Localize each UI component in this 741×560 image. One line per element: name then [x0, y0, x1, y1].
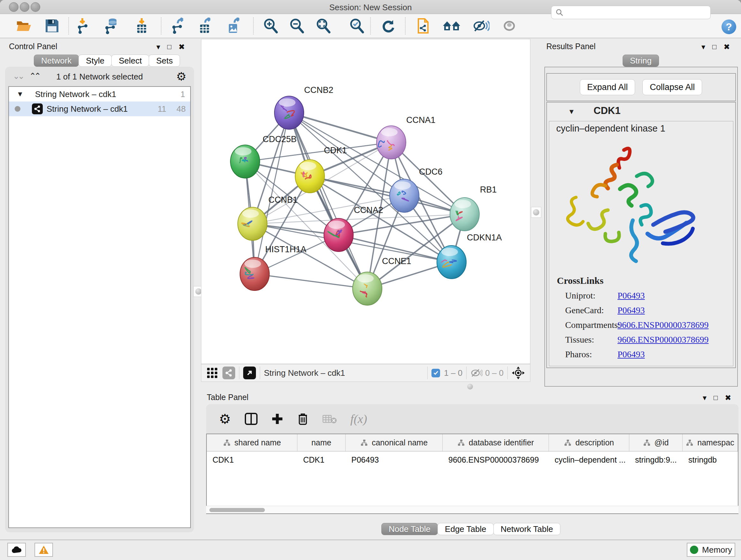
home-neighbors-button[interactable] [443, 16, 461, 36]
search-input[interactable] [567, 8, 706, 17]
export-image-button[interactable] [224, 16, 242, 36]
crosslink-label: Uniprot: [557, 291, 617, 301]
network-node-CDKN1A[interactable]: CDKN1A [437, 233, 502, 279]
panel-float-icon[interactable]: ▾ [701, 43, 705, 51]
tree-expander-icon[interactable]: ▼ [17, 90, 23, 98]
table-hscrollbar[interactable] [206, 506, 738, 513]
panel-maximize-icon[interactable]: □ [167, 43, 172, 51]
network-status-dot [15, 106, 20, 112]
save-session-button[interactable] [43, 16, 61, 36]
refresh-button[interactable] [379, 16, 397, 36]
export-table-button[interactable] [196, 16, 213, 36]
cell-description[interactable]: cyclin–dependent ... [549, 451, 629, 468]
panel-close-icon[interactable]: ✖ [179, 43, 185, 51]
cloud-status-button[interactable] [7, 543, 26, 557]
open-in-new-window-icon[interactable] [243, 367, 256, 379]
tab-network-table[interactable]: Network Table [493, 523, 560, 535]
memory-button[interactable]: Memory [687, 543, 735, 557]
crosslink-value-link[interactable]: 9606.ENSP00000378699 [617, 334, 709, 345]
show-columns-icon[interactable] [245, 412, 258, 426]
help-button[interactable]: ? [722, 19, 736, 34]
hidden-eye-icon[interactable] [470, 368, 482, 378]
open-session-button[interactable] [15, 16, 33, 36]
network-row-selected[interactable]: String Network – cdk1 11 48 [9, 102, 190, 116]
network-collection-row[interactable]: ▼ String Network – cdk1 1 [9, 87, 190, 102]
right-splitter-grip[interactable] [531, 207, 541, 218]
crosslink-row: Compartments: 9606.ENSP00000378699 [557, 320, 729, 330]
column-header-namespac[interactable]: namespac [683, 434, 738, 451]
zoom-in-button[interactable] [262, 16, 280, 36]
crosslink-row: GeneCard: P06493 [557, 305, 729, 315]
tab-style[interactable]: Style [78, 55, 112, 67]
panel-float-icon[interactable]: ▾ [703, 393, 706, 402]
table-panel-title: Table Panel [207, 393, 249, 402]
search-field[interactable] [551, 6, 711, 19]
network-node-HIST1H1A[interactable]: HIST1H1A [240, 245, 307, 291]
expand-all-button[interactable]: Expand All [580, 79, 635, 95]
pan-crosshair-icon[interactable] [512, 366, 525, 380]
tab-network[interactable]: Network [34, 55, 79, 67]
selected-checkbox-icon[interactable] [431, 369, 440, 377]
cell-shared-name[interactable]: CDK1 [207, 451, 297, 468]
network-share-icon[interactable] [222, 367, 235, 379]
cell-@id[interactable]: stringdb:9... [629, 451, 683, 468]
import-network-from-database-button[interactable] [103, 16, 120, 36]
network-tree: ▼ String Network – cdk1 1 String Network… [8, 86, 191, 528]
delete-column-trash-icon[interactable] [297, 412, 309, 426]
crosslink-value-link[interactable]: P06493 [617, 291, 645, 301]
gene-expander-icon[interactable]: ▼ [568, 108, 575, 116]
edge-CCNB2-CCNA1 [289, 113, 391, 142]
zoom-fit-button[interactable] [314, 16, 332, 36]
collapse-all-button[interactable]: Collapse All [643, 79, 702, 95]
column-header-shared-name[interactable]: shared name [207, 434, 297, 451]
import-network-from-file-button[interactable] [75, 16, 92, 36]
crosslink-row: Tissues: 9606.ENSP00000378699 [557, 334, 729, 345]
import-table-from-file-button[interactable] [133, 16, 151, 36]
network-node-CCNB1[interactable]: CCNB1 [238, 195, 298, 240]
table-settings-gear-icon[interactable]: ⚙ [219, 411, 231, 427]
toolbar-separator [253, 17, 254, 35]
network-node-RB1[interactable]: RB1 [450, 185, 497, 231]
tab-edge-table[interactable]: Edge Table [437, 523, 494, 535]
column-header-database-identifier[interactable]: database identifier [443, 434, 549, 451]
node-label-CCNA1: CCNA1 [406, 115, 435, 125]
table-row[interactable]: CDK1CDK1P064939606.ENSP00000378699cyclin… [207, 451, 738, 468]
horizontal-splitter-grip[interactable] [467, 384, 473, 389]
network-canvas[interactable]: CCNB2CCNA1CDC25BCDK1CDC6RB1CCNB1CCNA2CDK… [201, 39, 530, 364]
tab-node-table[interactable]: Node Table [381, 523, 438, 535]
zoom-out-button[interactable] [288, 16, 306, 36]
tab-string[interactable]: String [623, 55, 659, 67]
panel-float-icon[interactable]: ▾ [156, 43, 160, 51]
panel-maximize-icon[interactable]: □ [712, 43, 717, 51]
panel-close-icon[interactable]: ✖ [725, 393, 731, 402]
tab-sets[interactable]: Sets [149, 55, 180, 67]
column-header-name[interactable]: name [297, 434, 346, 451]
add-column-icon[interactable] [271, 413, 283, 425]
cell-namespac[interactable]: stringdb [683, 451, 738, 468]
column-header-canonical-name[interactable]: canonical name [346, 434, 443, 451]
hide-unhide-button[interactable] [472, 16, 489, 36]
folder-open-icon [16, 17, 32, 34]
panel-close-icon[interactable]: ✖ [724, 43, 730, 51]
tab-select[interactable]: Select [111, 55, 149, 67]
table-hscrollbar-thumb[interactable] [209, 508, 265, 512]
cell-canonical-name[interactable]: P06493 [346, 451, 443, 468]
network-from-file-button[interactable] [414, 16, 432, 36]
crosslink-value-link[interactable]: P06493 [617, 305, 645, 315]
crosslink-value-link[interactable]: P06493 [617, 349, 645, 360]
network-node-CCNE1[interactable]: CCNE1 [353, 256, 411, 305]
export-table-icon [196, 17, 213, 34]
column-header-@id[interactable]: @id [629, 434, 683, 451]
import-database-icon [103, 17, 120, 34]
zoom-selected-button[interactable] [348, 16, 366, 36]
network-node-CCNA1[interactable]: CCNA1 [377, 115, 435, 159]
crosslink-value-link[interactable]: 9606.ENSP00000378699 [617, 320, 709, 330]
cell-name[interactable]: CDK1 [297, 451, 346, 468]
column-header-description[interactable]: description [549, 434, 629, 451]
cell-database-identifier[interactable]: 9606.ENSP00000378699 [443, 451, 549, 468]
warning-status-button[interactable] [35, 543, 53, 557]
panel-maximize-icon[interactable]: □ [714, 394, 718, 402]
network-options-gear-icon[interactable]: ⚙ [176, 70, 186, 83]
export-network-button[interactable] [170, 16, 187, 36]
grid-view-icon[interactable] [206, 367, 218, 379]
